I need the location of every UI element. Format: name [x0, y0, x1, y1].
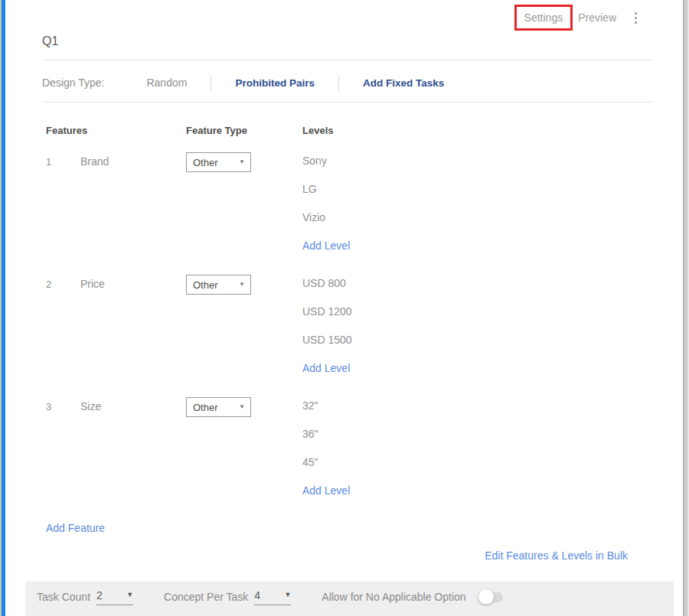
dropdown-arrow-icon: ▼ — [239, 159, 245, 165]
task-settings-bar: Task Count 2 ▼ Concept Per Task 4 ▼ Allo… — [25, 582, 674, 616]
task-count-label: Task Count — [37, 591, 90, 603]
no-applicable-option-toggle[interactable] — [480, 592, 503, 602]
level-item[interactable]: 32" — [302, 397, 654, 415]
concept-per-task-value: 4 — [254, 589, 260, 601]
level-item[interactable]: Vizio — [302, 209, 654, 227]
level-item[interactable]: USD 1200 — [302, 303, 654, 321]
annotation-box-settings: Settings — [514, 5, 573, 31]
levels-list: USD 800 USD 1200 USD 1500 Add Level — [302, 275, 654, 377]
concept-per-task-select[interactable]: 4 ▼ — [254, 589, 291, 605]
divider — [42, 60, 654, 60]
feature-row-price: 2 Price Other ▼ USD 800 USD 1200 USD 150… — [46, 275, 654, 377]
dropdown-arrow-icon: ▼ — [239, 404, 245, 410]
divider — [211, 75, 211, 90]
prohibited-pairs-link[interactable]: Prohibited Pairs — [235, 77, 315, 89]
feature-number: 1 — [46, 152, 80, 255]
feature-name[interactable]: Brand — [80, 152, 186, 255]
kebab-menu-icon[interactable] — [630, 9, 642, 27]
concept-per-task-label: Concept Per Task — [164, 591, 248, 603]
toggle-knob — [478, 589, 494, 605]
design-type-label: Design Type: — [42, 77, 104, 89]
feature-type-value: Other — [193, 157, 218, 168]
feature-row-size: 3 Size Other ▼ 32" 36" 45" Add Level — [46, 397, 654, 500]
add-feature-link[interactable]: Add Feature — [46, 520, 105, 537]
feature-number: 3 — [46, 397, 80, 500]
feature-type-select[interactable]: Other ▼ — [186, 397, 251, 417]
dropdown-arrow-icon: ▼ — [284, 592, 291, 598]
feature-type-select[interactable]: Other ▼ — [186, 275, 251, 295]
dropdown-arrow-icon: ▼ — [239, 282, 245, 288]
col-header-feature-type: Feature Type — [186, 125, 302, 136]
level-item[interactable]: Sony — [302, 152, 654, 170]
add-level-link[interactable]: Add Level — [302, 360, 654, 377]
feature-type-value: Other — [193, 279, 218, 291]
selected-question-accent-bar — [2, 0, 5, 616]
topbar: Settings Preview — [514, 5, 642, 31]
level-item[interactable]: 45" — [302, 454, 654, 471]
settings-button[interactable]: Settings — [524, 11, 563, 24]
dropdown-arrow-icon: ▼ — [126, 592, 133, 598]
no-applicable-option-label: Allow for No Applicable Option — [322, 591, 465, 603]
divider — [42, 102, 654, 103]
design-type-row: Design Type: Random Prohibited Pairs Add… — [42, 75, 444, 90]
level-item[interactable]: LG — [302, 181, 654, 198]
table-header: Features Feature Type Levels — [46, 125, 654, 136]
task-count-select[interactable]: 2 ▼ — [96, 589, 133, 605]
feature-name[interactable]: Price — [80, 275, 186, 377]
level-item[interactable]: USD 1500 — [302, 331, 654, 349]
vertical-scrollbar[interactable] — [683, 0, 689, 616]
feature-row-brand: 1 Brand Other ▼ Sony LG Vizio Add Level — [46, 152, 654, 255]
divider — [338, 75, 339, 90]
levels-list: 32" 36" 45" Add Level — [302, 397, 654, 500]
levels-list: Sony LG Vizio Add Level — [302, 152, 654, 255]
level-item[interactable]: 36" — [302, 425, 654, 443]
edit-features-levels-bulk-link[interactable]: Edit Features & Levels in Bulk — [485, 549, 628, 562]
bulk-edit-row: Edit Features & Levels in Bulk — [485, 549, 628, 562]
feature-table-body: 1 Brand Other ▼ Sony LG Vizio Add Level … — [46, 152, 654, 537]
preview-button[interactable]: Preview — [576, 5, 618, 30]
add-fixed-tasks-link[interactable]: Add Fixed Tasks — [363, 77, 444, 89]
feature-name[interactable]: Size — [80, 397, 186, 500]
task-count-value: 2 — [96, 589, 103, 601]
feature-number: 2 — [46, 275, 80, 377]
feature-type-value: Other — [193, 402, 218, 413]
question-title: Q1 — [42, 34, 58, 48]
design-type-random[interactable]: Random — [146, 77, 187, 89]
col-header-levels: Levels — [302, 125, 654, 136]
add-level-link[interactable]: Add Level — [302, 237, 654, 255]
conjoint-question-editor: Settings Preview Q1 Design Type: Random … — [0, 0, 689, 616]
add-level-link[interactable]: Add Level — [302, 482, 654, 500]
feature-type-select[interactable]: Other ▼ — [186, 152, 251, 172]
level-item[interactable]: USD 800 — [302, 275, 654, 292]
col-header-features: Features — [46, 125, 186, 136]
